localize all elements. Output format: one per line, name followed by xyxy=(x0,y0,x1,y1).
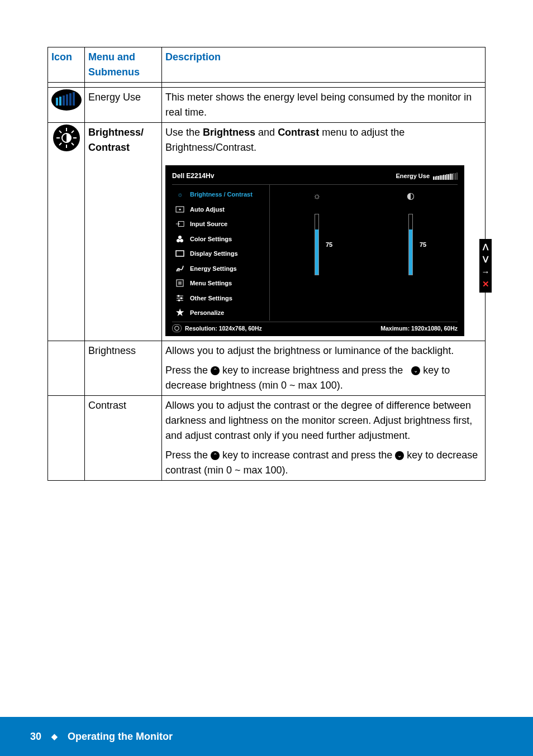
osd-control-buttons: ᐱ ᐯ → ✕ xyxy=(479,239,492,293)
osd-item-display-settings[interactable]: Display Settings xyxy=(172,246,269,261)
col-desc: Description xyxy=(162,47,486,83)
color-settings-icon xyxy=(175,235,184,243)
osd-item-personalize[interactable]: ★Personalize xyxy=(172,305,269,320)
osd-item-input-source[interactable]: Input Source xyxy=(172,217,269,232)
osd-reference-table: Icon Menu and Submenus Description Energ… xyxy=(47,47,486,481)
osd-screenshot: Dell E2214Hv Energy Use ☼Brightness / Co… xyxy=(165,155,482,338)
contrast-slider[interactable] xyxy=(408,214,413,275)
energy-meter-icon xyxy=(50,89,83,111)
osd-item-color-settings[interactable]: Color Settings xyxy=(172,232,269,247)
page-footer: 30 ◆ Operating the Monitor xyxy=(0,717,533,756)
osd-item-menu-settings[interactable]: Menu Settings xyxy=(172,276,269,291)
svg-point-21 xyxy=(177,239,180,242)
osd-max-resolution: Maximum: 1920x1080, 60Hz xyxy=(380,324,458,333)
col-icon: Icon xyxy=(48,47,85,83)
star-icon: ★ xyxy=(175,308,184,317)
up-key-icon: ⌃ xyxy=(211,451,220,460)
up-key-icon: ⌃ xyxy=(211,366,220,375)
svg-rect-1 xyxy=(56,98,58,106)
osd-energy-label: Energy Use xyxy=(396,171,458,181)
auto-adjust-icon: + xyxy=(175,205,184,214)
svg-rect-32 xyxy=(180,297,182,299)
osd-menu-list: ☼Brightness / Contrast +Auto Adjust Inpu… xyxy=(172,185,270,320)
brightness-value: 75 xyxy=(326,240,332,250)
row-brightness-contrast: Brightness/ Contrast Use the Brightness … xyxy=(48,123,486,341)
menu-brightness-contrast: Brightness/ Contrast xyxy=(85,123,162,341)
menu-brightness: Brightness xyxy=(85,341,162,396)
desc-brightness: Allows you to adjust the brightness or l… xyxy=(162,341,486,396)
osd-resolution: ◯Resolution: 1024x768, 60Hz xyxy=(172,324,262,333)
row-energy-use: Energy Use This meter shows the energy l… xyxy=(48,88,486,123)
display-settings-icon xyxy=(175,249,184,258)
osd-slider-panel: ☼ 75 ◐ 75 xyxy=(270,185,458,320)
desc-contrast: Allows you to adjust the contrast or the… xyxy=(162,396,486,481)
osd-close-button[interactable]: ✕ xyxy=(482,278,489,290)
osd-item-brightness-contrast[interactable]: ☼Brightness / Contrast xyxy=(172,187,269,202)
desc-energy-use: This meter shows the energy level being … xyxy=(162,88,486,123)
other-settings-icon xyxy=(175,294,184,303)
contrast-value: 75 xyxy=(420,240,426,250)
osd-item-auto-adjust[interactable]: +Auto Adjust xyxy=(172,202,269,217)
menu-settings-icon xyxy=(175,279,184,288)
table-header-row: Icon Menu and Submenus Description xyxy=(48,47,486,83)
optimal-icon: ◯ xyxy=(172,324,182,332)
svg-rect-2 xyxy=(59,97,61,106)
svg-point-22 xyxy=(180,239,183,242)
svg-rect-3 xyxy=(63,95,65,106)
osd-up-button[interactable]: ᐱ xyxy=(483,241,488,253)
input-source-icon xyxy=(175,219,184,228)
row-brightness: Brightness Allows you to adjust the brig… xyxy=(48,341,486,396)
osd-down-button[interactable]: ᐯ xyxy=(483,253,488,266)
menu-energy-use: Energy Use xyxy=(85,88,162,123)
svg-rect-33 xyxy=(178,299,180,301)
table-header-row-2 xyxy=(48,83,486,88)
osd-enter-button[interactable]: → xyxy=(482,266,490,278)
svg-rect-5 xyxy=(69,93,72,106)
page-content: Icon Menu and Submenus Description Energ… xyxy=(0,0,533,481)
svg-rect-6 xyxy=(73,92,75,106)
down-key-icon: ⌄ xyxy=(411,366,420,375)
down-key-icon: ⌄ xyxy=(395,451,404,460)
page-number: 30 xyxy=(30,731,41,743)
sun-icon: ☼ xyxy=(175,190,184,199)
contrast-icon: ◐ xyxy=(407,189,415,200)
menu-contrast: Contrast xyxy=(85,396,162,481)
osd-model: Dell E2214Hv xyxy=(172,171,214,181)
brightness-icon: ☼ xyxy=(313,189,321,200)
col-menu: Menu and Submenus xyxy=(85,47,162,83)
svg-rect-4 xyxy=(66,94,68,106)
svg-text:+: + xyxy=(179,207,182,212)
svg-rect-31 xyxy=(178,295,179,296)
section-title: Operating the Monitor xyxy=(68,731,173,743)
desc-brightness-contrast: Use the Brightness and Contrast menu to … xyxy=(162,123,486,341)
energy-settings-icon xyxy=(175,264,184,273)
brightness-contrast-icon xyxy=(53,124,80,152)
brightness-slider[interactable] xyxy=(315,214,319,275)
svg-rect-23 xyxy=(176,251,184,256)
svg-point-20 xyxy=(178,236,182,239)
energy-bars-icon xyxy=(433,173,458,180)
row-contrast: Contrast Allows you to adjust the contra… xyxy=(48,396,486,481)
osd-item-other-settings[interactable]: Other Settings xyxy=(172,291,269,306)
diamond-icon: ◆ xyxy=(51,732,58,741)
osd-item-energy-settings[interactable]: Energy Settings xyxy=(172,261,269,276)
